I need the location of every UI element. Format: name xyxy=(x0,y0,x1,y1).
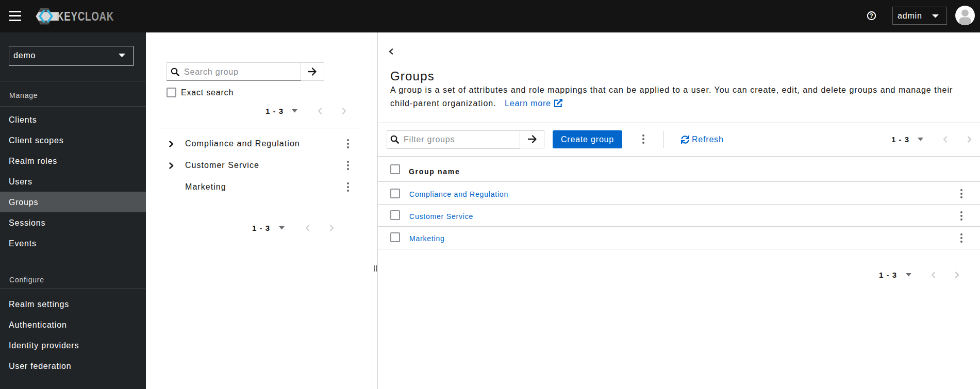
svg-text:?: ? xyxy=(869,12,873,20)
svg-text:KEYCLOAK: KEYCLOAK xyxy=(57,10,114,23)
